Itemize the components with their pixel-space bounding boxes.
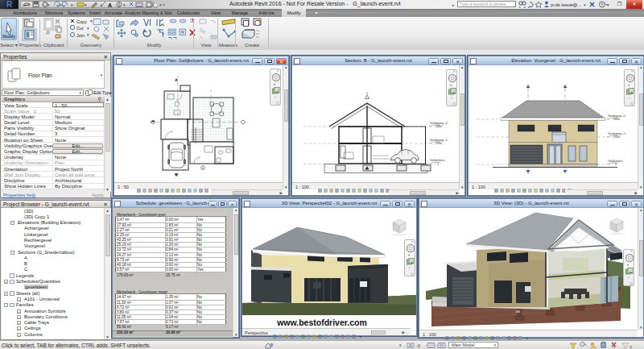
svg-text:▾: ▾ [90, 19, 93, 23]
svg-text:0: 0 [437, 163, 439, 166]
svg-text:Cut: Cut [76, 26, 84, 31]
svg-text:2900: 2900 [436, 142, 442, 145]
svg-text:▾: ▾ [85, 2, 87, 7]
svg-text:2900: 2900 [613, 135, 620, 139]
svg-text:jo.de.leeuw@...: jo.de.leeuw@... [550, 2, 581, 7]
svg-text:▾: ▾ [123, 2, 126, 7]
svg-text:Join: Join [76, 33, 85, 38]
svg-text:a: a [630, 344, 632, 349]
svg-text:Verdieping +2: Verdieping +2 [608, 114, 625, 118]
svg-text:Modify: Modify [2, 34, 15, 39]
svg-text:Copy: Copy [76, 19, 87, 24]
svg-text:5800: 5800 [613, 118, 620, 121]
svg-text:▾: ▾ [87, 32, 89, 37]
svg-text:849: 849 [516, 310, 520, 314]
svg-text:▾ =: ▾ = [159, 2, 165, 7]
svg-text:▾: ▾ [584, 2, 586, 7]
svg-text:0: 0 [615, 163, 617, 166]
svg-text:A: A [108, 2, 112, 8]
svg-text:5800: 5800 [436, 125, 442, 128]
svg-text:Gelijkvloers: Gelijkvloers [608, 160, 623, 163]
svg-text:▾: ▾ [87, 26, 89, 31]
svg-text:Verdieping +1: Verdieping +1 [430, 139, 448, 142]
svg-text:▾: ▾ [71, 2, 73, 7]
svg-text:▾: ▾ [47, 2, 50, 7]
svg-text:Verdieping +1: Verdieping +1 [608, 132, 625, 135]
svg-text:Verdieping +2: Verdieping +2 [430, 122, 448, 125]
svg-text:▾: ▾ [60, 2, 62, 7]
svg-text::0: :0 [416, 343, 421, 348]
svg-text:www.bestofdriver.com: www.bestofdriver.com [276, 318, 367, 327]
svg-text:Gelijkvloers: Gelijkvloers [430, 159, 445, 162]
